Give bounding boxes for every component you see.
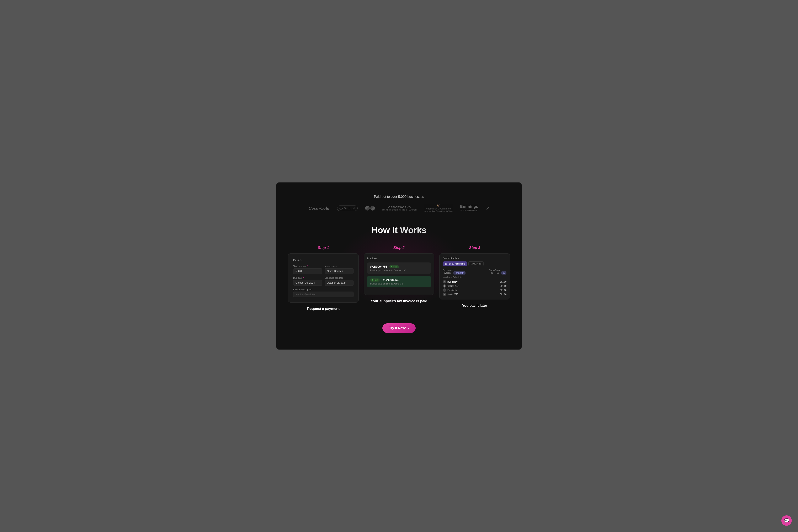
instalment-date-1: Due today [448,281,457,283]
details-grid: Total amount * 500.00 Invoice name * Off… [293,265,354,297]
step-3-description: You pay it later [439,304,510,308]
paid-dot-2 [372,279,373,281]
invoices-title: Invoices [367,257,431,260]
invoice-description-field: Invoice description Invoice description [293,288,354,297]
payment-tabs: ▦ Pay by instalments ℹ Pay in full [443,262,507,266]
step-1-label: Step 1 [288,246,359,250]
step-2-label: Step 2 [364,246,434,250]
instalment-row-3: — Fortnightly $81.60 [443,288,507,292]
try-it-now-arrow: › [408,326,409,330]
invoice-1-badge: Paid [390,265,399,268]
details-title: Details [293,259,354,262]
cta-container: Try It Now! › [285,323,513,333]
schedule-debit-label: Schedule debit for * [325,277,354,279]
pay-in-full-tab[interactable]: ℹ Pay in full [469,262,483,266]
instalment-date-2: Oct 30, 2024 [448,285,459,287]
invoice-name-label: Invoice name * [325,265,354,267]
invoice-item-2-top: Paid #BN098353 [370,278,428,282]
invoice-item-2: Paid #BN098353 Invoice paid on time to A… [367,276,431,287]
total-amount-value: 500.00 [293,268,322,274]
frequency-label: Frequency [443,269,466,271]
invoice-2-number: #BN098353 [383,278,399,282]
step-3-card: Payment option ▦ Pay by instalments ℹ Pa… [439,253,510,300]
invoice-1-desc: Invoice paid on time to Barone LLC. [370,269,428,272]
chat-icon: 💬 [784,518,789,523]
frequency-row: Frequency Weekly Fortnightly Term (Days)… [443,269,507,274]
tab-icon: ▦ [445,263,447,265]
instalment-date-4: Jan 8, 2025 [448,293,458,296]
invoice-1-number: #AB0004756 [370,265,387,268]
instalment-freq-3: Fortnightly [448,289,457,291]
paid-dot-1 [391,266,392,267]
total-amount-field: Total amount * 500.00 [293,265,322,274]
weekly-option[interactable]: Weekly [443,271,452,274]
step-2-column: Step 2 Invoices #AB0004756 Paid [364,246,434,311]
instalment-amount-4: $81.60 [500,293,507,296]
step-3-column: Step 3 Payment option ▦ Pay by instalmen… [439,246,510,311]
how-it-works-section: How It Works Step 1 Details Total amount… [285,225,513,333]
paid-out-section: Paid out to over 5,000 businesses Coca-C… [285,195,513,213]
invoice-name-field: Invoice name * Office Devices [325,265,354,274]
instalment-amount-3: $81.60 [500,289,507,291]
instalment-row-2: 2 Oct 30, 2024 $81.60 [443,284,507,288]
payment-option-title: Payment option [443,257,507,259]
term-60[interactable]: 60 [495,271,500,274]
instalment-num-3: — [443,288,446,292]
coca-cola-logo: Coca-Cola [308,206,329,211]
instalment-amount-1: $81.60 [500,281,507,283]
instalment-row-1: 1 Due today $81.60 [443,280,507,283]
instalment-row-4: 7 Jan 8, 2025 $81.60 [443,292,507,296]
term-options: 30 60 90 [489,271,507,274]
extra-logo: ↗ [486,206,490,211]
step-2-description: Your supplier's tax invoice is paid [364,299,434,303]
schedule-debit-field: Schedule debit for * October 16, 2024 [325,277,354,286]
steps-container: Step 1 Details Total amount * 500.00 Inv… [285,246,513,311]
invoice-description-label: Invoice description [293,288,354,291]
instalment-rows: 1 Due today $81.60 2 Oct 30, 2024 [443,280,507,296]
logos-row: Coca-Cola ◯ Bidfood officeworksmake bigg… [285,204,513,213]
section-title: How It Works [285,225,513,235]
step-1-card: Details Total amount * 500.00 Invoice na… [288,253,359,303]
term-label: Term (Days) [489,269,507,271]
bunnings-logo: Bunnings WAREHOUSE [460,205,478,212]
try-it-now-button[interactable]: Try It Now! › [382,323,415,333]
bidfood-logo: ◯ Bidfood [337,206,358,211]
pay-by-instalments-tab[interactable]: ▦ Pay by instalments [443,262,467,266]
frequency-options: Weekly Fortnightly [443,271,466,274]
invoice-name-value: Office Devices [325,268,354,274]
step-1-column: Step 1 Details Total amount * 500.00 Inv… [288,246,359,311]
instalment-num-2: 2 [443,284,446,288]
step-3-label: Step 3 [439,246,510,250]
step-1-description: Request a payment [288,307,359,311]
ato-logo: 🦅 Australian GovernmentAustralian Taxati… [424,204,453,213]
go-logo [365,206,375,210]
officeworks-logo: officeworksmake bigger things happen [382,206,417,211]
invoice-item-1: #AB0004756 Paid Invoice paid on time to … [367,263,431,274]
invoice-description-value: Invoice description [293,291,354,297]
due-date-label: Due date * [293,277,322,279]
instalment-num-4: 7 [443,292,446,296]
invoice-2-badge: Paid [370,279,380,282]
due-date-value: October 16, 2024 [293,280,322,286]
step-2-card: Invoices #AB0004756 Paid Invoice paid on… [364,253,434,295]
instalment-amount-2: $81.60 [500,285,507,287]
chat-button[interactable]: 💬 [781,515,792,526]
due-date-field: Due date * October 16, 2024 [293,277,322,286]
info-icon: ℹ [471,263,472,265]
total-amount-label: Total amount * [293,265,322,267]
paid-out-text: Paid out to over 5,000 businesses [285,195,513,199]
term-90[interactable]: 90 [501,271,507,274]
invoice-item-1-top: #AB0004756 Paid [370,265,428,268]
schedule-debit-value: October 16, 2024 [325,280,354,286]
invoice-2-desc: Invoice paid on time to Acme Co. [370,282,428,285]
instalment-schedule-title: Instalment Schedule [443,276,507,279]
instalment-num-1: 1 [443,280,446,283]
term-30[interactable]: 30 [489,271,494,274]
fortnightly-option[interactable]: Fortnightly [453,271,466,274]
try-it-now-label: Try It Now! [389,326,406,330]
